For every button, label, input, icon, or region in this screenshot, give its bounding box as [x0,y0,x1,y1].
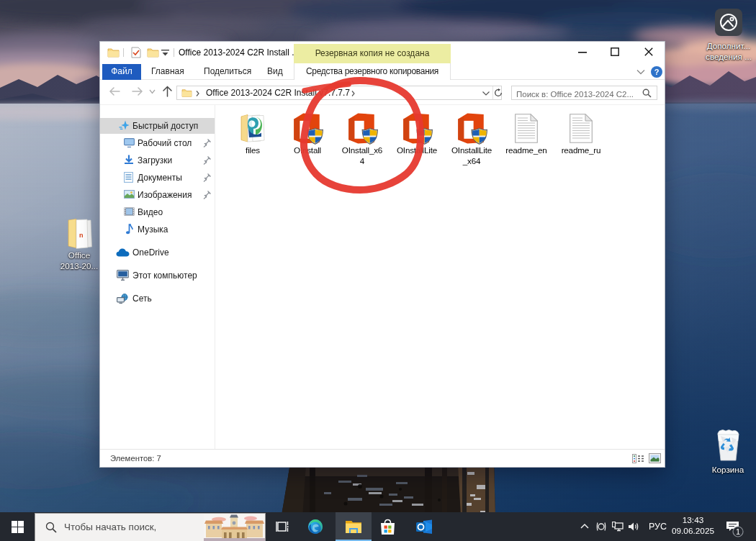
svg-text:n: n [79,232,84,239]
svg-text:1: 1 [736,527,740,536]
